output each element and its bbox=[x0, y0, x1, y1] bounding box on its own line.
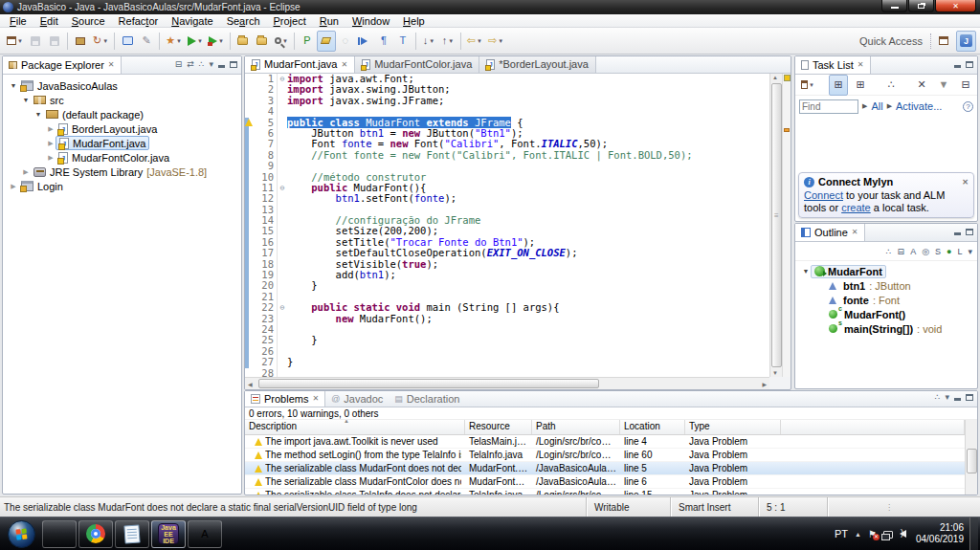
menu-navigate[interactable]: Navigate bbox=[165, 14, 219, 28]
menu-refactor[interactable]: Refactor bbox=[112, 14, 166, 28]
menu-project[interactable]: Project bbox=[267, 14, 313, 28]
task-list-tab[interactable]: Task List ✕ bbox=[795, 55, 871, 74]
help-icon[interactable]: ? bbox=[963, 101, 973, 112]
skip-all-breakpoints-button[interactable]: ◌ bbox=[336, 31, 355, 52]
new-java-project-button[interactable] bbox=[71, 31, 90, 52]
forward-history-button[interactable]: ⇨▼ bbox=[485, 31, 506, 52]
pin-editor-button[interactable]: ✎ bbox=[137, 31, 156, 52]
problem-row[interactable]: The serializable class TelaInfo does not… bbox=[245, 489, 965, 495]
tree-item-src[interactable]: ▼src bbox=[5, 93, 241, 107]
code-line-3[interactable]: 3import javax.swing.JFrame; bbox=[245, 96, 769, 106]
collapsed-arrow-icon[interactable]: ▶ bbox=[21, 168, 31, 176]
column-header-resource[interactable]: Resource bbox=[465, 420, 532, 434]
editor-tab-mudarfontcolor-java[interactable]: JMudarFontColor.java bbox=[355, 55, 479, 73]
task-scheduled-view-button[interactable]: ⊞ bbox=[851, 75, 870, 96]
code-line-8[interactable]: 8 //Font fonte = new Font("Calibri", Fon… bbox=[245, 150, 769, 161]
taskbar-device-app-button[interactable]: A bbox=[188, 520, 222, 548]
code-editor[interactable]: 1⊖import java.awt.Font;2import javax.swi… bbox=[245, 74, 769, 377]
mylyn-create-link[interactable]: create bbox=[841, 202, 871, 213]
show-desktop-button[interactable] bbox=[969, 517, 978, 550]
collapsed-arrow-icon[interactable]: ▶ bbox=[46, 125, 56, 133]
outline-focus-icon[interactable]: ∴ bbox=[886, 247, 892, 256]
warning-marker[interactable] bbox=[784, 128, 790, 132]
expanded-arrow-icon[interactable]: ▼ bbox=[801, 268, 811, 275]
maximize-panel-icon[interactable] bbox=[966, 61, 973, 68]
tree-item-jre-system-library[interactable]: ▶JRE System Library [JavaSE-1.8] bbox=[5, 165, 241, 179]
run-last-tool-button[interactable]: ↻▼ bbox=[90, 31, 111, 52]
taskbar-notepad-button[interactable] bbox=[115, 520, 149, 548]
fold-collapse-icon[interactable]: ⊖ bbox=[277, 302, 287, 313]
menu-file[interactable]: File bbox=[3, 14, 33, 28]
save-button[interactable] bbox=[26, 31, 45, 52]
new-java-package-button[interactable]: P bbox=[298, 31, 317, 52]
action-center-icon[interactable]: ⚑ bbox=[868, 529, 877, 539]
taskbar-explorer-button[interactable] bbox=[42, 520, 77, 548]
mylyn-connect-link[interactable]: Connect bbox=[804, 189, 843, 201]
outline-view-menu-icon[interactable]: ▾ bbox=[968, 247, 972, 256]
collapsed-arrow-icon[interactable]: ▶ bbox=[46, 140, 56, 147]
tree-item-mudarfontcolor-java[interactable]: ▶JMudarFontColor.java bbox=[5, 150, 241, 165]
column-header-description[interactable]: Description▲ bbox=[245, 420, 465, 434]
editor-tab--borderlayout-java[interactable]: J*BorderLayout.java bbox=[479, 55, 596, 73]
problem-row[interactable]: The serializable class MudarFontColor do… bbox=[245, 475, 965, 489]
tab-declaration[interactable]: ▤Declaration bbox=[389, 390, 465, 407]
start-button[interactable] bbox=[8, 520, 35, 548]
view-menu-icon[interactable]: ▾ bbox=[945, 393, 949, 402]
menu-window[interactable]: Window bbox=[345, 14, 396, 28]
tree-item-borderlayout-java[interactable]: ▶JBorderLayout.java bbox=[5, 121, 241, 136]
task-hide-completed-button[interactable]: ✕ bbox=[912, 75, 931, 96]
collapsed-arrow-icon[interactable]: ▶ bbox=[46, 154, 56, 162]
minimize-panel-icon[interactable] bbox=[954, 394, 961, 401]
open-console-button[interactable] bbox=[118, 31, 137, 52]
package-explorer-tab[interactable]: Package Explorer ✕ bbox=[3, 55, 122, 74]
maximize-icon[interactable] bbox=[230, 61, 237, 68]
code-line-28[interactable]: 28 bbox=[245, 368, 769, 377]
close-icon[interactable]: ✕ bbox=[852, 228, 858, 236]
task-categorized-view-button[interactable]: ⊞ bbox=[829, 75, 848, 96]
menu-help[interactable]: Help bbox=[396, 14, 432, 28]
code-line-25[interactable]: 25 } bbox=[245, 335, 769, 345]
outline-tab[interactable]: Outline ✕ bbox=[795, 223, 865, 241]
outline-hide-non-public-icon[interactable]: ● bbox=[947, 247, 951, 256]
close-window-button[interactable]: ✕ bbox=[935, 0, 976, 12]
last-edit-location-button[interactable] bbox=[355, 31, 374, 52]
save-all-button[interactable] bbox=[45, 31, 64, 52]
close-icon[interactable]: ✕ bbox=[108, 60, 115, 69]
outline-item-mudarfont[interactable]: ▼MudarFont bbox=[795, 264, 977, 278]
minimize-panel-icon[interactable] bbox=[954, 229, 961, 235]
task-activate-link[interactable]: Activate... bbox=[896, 100, 942, 112]
outline-item-main-string-[interactable]: smain(String[]) : void bbox=[795, 321, 977, 336]
task-filter-all-link[interactable]: All bbox=[871, 100, 882, 112]
language-indicator[interactable]: PT bbox=[835, 528, 848, 539]
clock[interactable]: 21:06 04/06/2019 bbox=[916, 522, 964, 545]
column-header-type[interactable]: Type bbox=[685, 420, 781, 434]
close-icon[interactable]: ✕ bbox=[962, 178, 969, 187]
outline-collapse-all-icon[interactable]: ⊟ bbox=[898, 247, 905, 256]
back-history-button[interactable]: ⇦▼ bbox=[464, 31, 485, 52]
menu-search[interactable]: Search bbox=[220, 14, 267, 28]
tree-item--default-package-[interactable]: ▼(default package) bbox=[5, 107, 241, 121]
task-collapse-all-button[interactable]: ⊟ bbox=[956, 75, 975, 96]
outline-item-fonte[interactable]: fonte : Font bbox=[795, 293, 977, 307]
collapse-all-icon[interactable]: ⊟ bbox=[175, 60, 183, 69]
task-new-task-button[interactable]: ▼ bbox=[798, 75, 817, 96]
code-line-20[interactable]: 20 } bbox=[245, 280, 769, 291]
outline-hide-static-icon[interactable]: S bbox=[935, 247, 941, 256]
volume-icon[interactable] bbox=[900, 530, 906, 538]
open-task-button[interactable] bbox=[234, 31, 253, 52]
code-line-26[interactable]: 26 bbox=[245, 346, 769, 357]
show-whitespace-button[interactable]: ¶ bbox=[374, 31, 393, 52]
toggle-mark-occurrences-button[interactable] bbox=[317, 31, 336, 52]
close-icon[interactable]: ✕ bbox=[858, 60, 864, 69]
restore-window-button[interactable] bbox=[908, 0, 934, 12]
minimize-icon[interactable] bbox=[218, 61, 225, 68]
code-line-4[interactable]: 4 bbox=[245, 106, 769, 117]
close-tab-icon[interactable]: ✕ bbox=[312, 394, 319, 403]
code-line-19[interactable]: 19 add(btn1); bbox=[245, 270, 769, 280]
previous-annotation-button[interactable]: ↑▼ bbox=[438, 31, 457, 52]
block-selection-button[interactable]: T bbox=[393, 31, 412, 52]
run-button[interactable]: ▼ bbox=[185, 31, 206, 52]
maximize-panel-icon[interactable] bbox=[966, 394, 973, 401]
collapsed-arrow-icon[interactable]: ▶ bbox=[9, 183, 18, 190]
menu-run[interactable]: Run bbox=[313, 14, 345, 28]
